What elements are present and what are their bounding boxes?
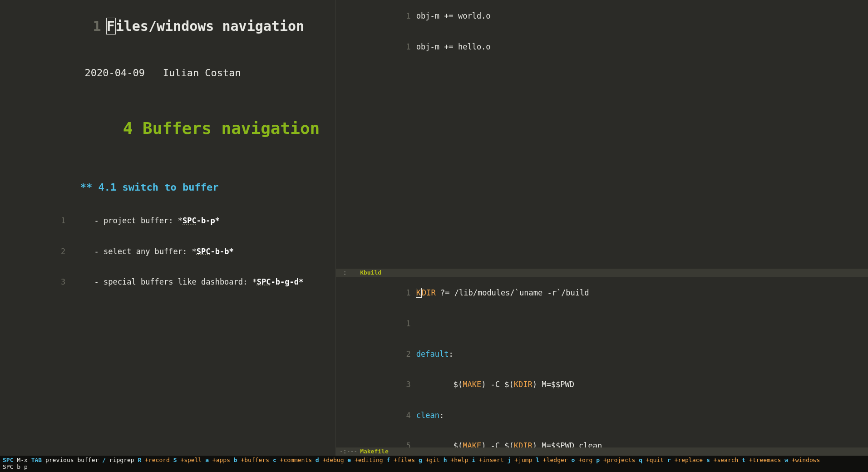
make-var: MAKE bbox=[463, 441, 481, 447]
line-number: 3 bbox=[46, 277, 71, 287]
which-key-desc: quit bbox=[650, 457, 664, 463]
keybinding-rest: -b-p* bbox=[197, 216, 220, 225]
bullet-text: - select any buffer: * bbox=[94, 247, 197, 256]
which-key-key[interactable]: j bbox=[508, 457, 511, 463]
which-key-desc: apps bbox=[216, 457, 230, 463]
line-number: 4 bbox=[392, 410, 416, 420]
line-number: 1 bbox=[82, 19, 107, 34]
spacer bbox=[145, 67, 163, 79]
line-number: 1 bbox=[392, 288, 416, 298]
which-key-key[interactable]: / bbox=[102, 457, 106, 463]
which-key-key[interactable]: a bbox=[205, 457, 209, 463]
keybinding-spc: SPC bbox=[182, 216, 197, 225]
which-key-plus: + bbox=[394, 457, 397, 463]
which-key-desc: ripgrep bbox=[109, 457, 134, 463]
which-key-desc: files bbox=[397, 457, 415, 463]
which-key-key[interactable]: TAB bbox=[31, 457, 42, 463]
which-key-key[interactable]: R bbox=[138, 457, 141, 463]
org-author: Iulian Costan bbox=[163, 67, 241, 79]
which-key-key[interactable]: e bbox=[347, 457, 351, 463]
which-key-desc: comments bbox=[283, 457, 312, 463]
which-key-plus: + bbox=[603, 457, 607, 463]
which-key-key[interactable]: s bbox=[706, 457, 710, 463]
line-number bbox=[60, 66, 84, 80]
which-key-key[interactable]: b bbox=[234, 457, 237, 463]
line-number: 3 bbox=[392, 379, 416, 389]
code-text: $( bbox=[416, 380, 463, 389]
make-target: default bbox=[416, 349, 449, 359]
spacer bbox=[92, 182, 98, 193]
which-key-key[interactable]: w bbox=[784, 457, 788, 463]
keybinding-rest: -b-b* bbox=[210, 247, 233, 256]
which-key-key[interactable]: f bbox=[386, 457, 390, 463]
line-number: 2 bbox=[46, 246, 71, 256]
which-key-key[interactable]: q bbox=[639, 457, 642, 463]
line-number: 1 bbox=[392, 319, 416, 329]
spacer bbox=[71, 216, 94, 225]
spacer bbox=[71, 277, 94, 286]
keybinding-spc: SPC bbox=[257, 277, 271, 286]
code-text: ) -C $( bbox=[481, 380, 514, 389]
which-key-desc: debug bbox=[326, 457, 344, 463]
org-date: 2020-04-09 bbox=[84, 67, 144, 79]
code-text: obj-m += hello.o bbox=[416, 42, 491, 51]
make-var: KDIR bbox=[514, 380, 533, 389]
which-key-key[interactable]: h bbox=[444, 457, 447, 463]
which-key-key[interactable]: S bbox=[173, 457, 177, 463]
which-key-desc: editing bbox=[358, 457, 383, 463]
line-number: 2 bbox=[392, 349, 416, 359]
which-key-desc: previous buffer bbox=[45, 457, 99, 463]
line-number bbox=[99, 118, 123, 138]
which-key-desc: record bbox=[148, 457, 170, 463]
which-key-key[interactable]: c bbox=[273, 457, 276, 463]
line-number: 1 bbox=[392, 42, 416, 52]
keybinding-rest: -b-g-d* bbox=[271, 277, 304, 286]
code-text: ) -C $( bbox=[481, 441, 514, 447]
cursor: K bbox=[416, 288, 422, 298]
org-heading-1: 4 Buffers navigation bbox=[123, 119, 320, 138]
which-key-plus: + bbox=[145, 457, 148, 463]
which-key-desc: windows bbox=[795, 457, 820, 463]
make-var: KDIR bbox=[514, 441, 533, 447]
which-key-key[interactable]: g bbox=[419, 457, 422, 463]
modeline-kbuild: -:---Kbuild bbox=[336, 269, 868, 277]
which-key-key[interactable]: i bbox=[472, 457, 475, 463]
which-key-key[interactable]: d bbox=[316, 457, 319, 463]
which-key-key[interactable]: SPC bbox=[3, 457, 13, 463]
which-key-plus: + bbox=[543, 457, 547, 463]
which-key-desc: org bbox=[582, 457, 592, 463]
which-key-plus: + bbox=[646, 457, 650, 463]
which-key-plus: + bbox=[355, 457, 358, 463]
which-key-desc: help bbox=[454, 457, 468, 463]
spacer bbox=[71, 183, 80, 192]
which-key-desc: spell bbox=[184, 457, 202, 463]
cursor: F bbox=[106, 18, 116, 34]
which-key-key[interactable]: p bbox=[596, 457, 600, 463]
which-key-bar: SPC M-x TAB previous buffer / ripgrep R … bbox=[0, 456, 868, 463]
right-top-kbuild-buffer[interactable]: 1obj-m += world.o 1obj-m += hello.o -:--… bbox=[336, 0, 868, 277]
which-key-key[interactable]: o bbox=[571, 457, 575, 463]
keybinding-spc: SPC bbox=[197, 247, 211, 256]
code-var: DIR bbox=[422, 288, 436, 297]
which-key-key[interactable]: l bbox=[536, 457, 539, 463]
org-heading-2: 4.1 switch to buffer bbox=[99, 182, 219, 193]
which-key-plus: + bbox=[514, 457, 518, 463]
which-key-desc: M-x bbox=[17, 457, 27, 463]
bullet-text: - special buffers like dashboard: * bbox=[94, 277, 257, 286]
make-target: clean bbox=[416, 411, 439, 420]
which-key-plus: + bbox=[749, 457, 753, 463]
which-key-desc: treemacs bbox=[753, 457, 781, 463]
make-var: MAKE bbox=[463, 380, 481, 389]
which-key-key[interactable]: r bbox=[667, 457, 671, 463]
right-bottom-makefile-buffer[interactable]: 1KDIR ?= /lib/modules/`uname -r`/build 1… bbox=[336, 277, 868, 456]
which-key-key[interactable]: t bbox=[742, 457, 745, 463]
echo-area: SPC b p bbox=[0, 463, 868, 472]
which-key-desc: buffers bbox=[244, 457, 269, 463]
org-heading-stars: ** bbox=[80, 182, 93, 193]
left-org-buffer[interactable]: 1Files/windows navigation 2020-04-09 Iul… bbox=[0, 0, 336, 456]
which-key-plus: + bbox=[212, 457, 216, 463]
which-key-desc: git bbox=[429, 457, 439, 463]
which-key-plus: + bbox=[450, 457, 454, 463]
which-key-plus: + bbox=[578, 457, 582, 463]
bullet-text: - project buffer: * bbox=[94, 216, 182, 225]
